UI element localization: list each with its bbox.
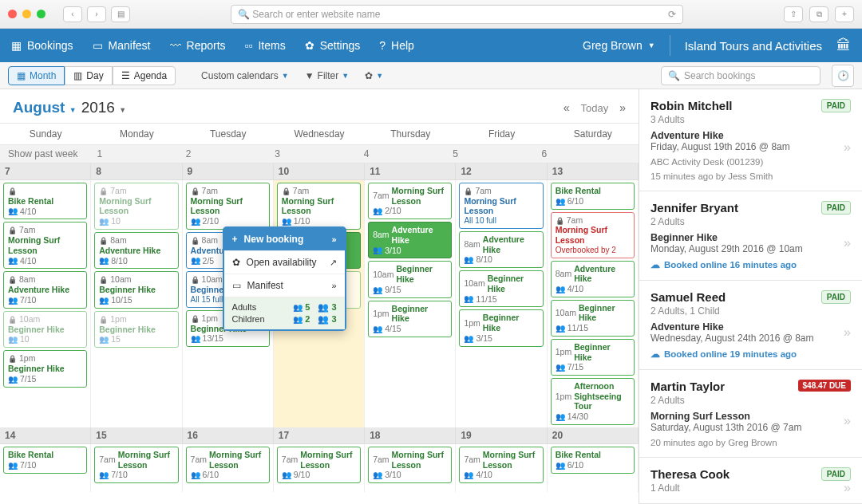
day-column[interactable]: Bike Rental 7/10 xyxy=(0,444,91,492)
day-column[interactable]: 7amMorning Surf LessonAll 10 full8am Adv… xyxy=(456,180,547,427)
browser-sidebar-button[interactable]: ▤ xyxy=(111,6,130,22)
new-tab-button[interactable]: + xyxy=(835,6,854,22)
date-cell[interactable]: 11 xyxy=(365,163,456,179)
view-day[interactable]: ▥Day xyxy=(65,66,112,85)
date-cell[interactable]: 18 xyxy=(365,427,456,443)
share-button[interactable]: ⇧ xyxy=(784,6,803,22)
refresh-icon[interactable]: ⟳ xyxy=(668,9,676,20)
calendar-event[interactable]: 7am Morning Surf Lesson 7/10 xyxy=(94,447,178,483)
calendar-event[interactable]: 7am Morning Surf Lesson 6/10 xyxy=(186,447,270,483)
calendar-event[interactable]: 8amAdventure Hike 8/10 xyxy=(94,232,178,269)
calendar-event[interactable]: 1pm Afternoon Sightseeing Tour 14/30 xyxy=(551,378,635,425)
tabs-button[interactable]: ⧉ xyxy=(809,6,828,22)
date-cell[interactable]: 13 xyxy=(548,163,639,179)
calendar-event[interactable]: 10am Beginner Hike 11/15 xyxy=(459,270,543,307)
next-period-button[interactable]: » xyxy=(619,101,626,114)
calendar-event[interactable]: 10amBeginner Hike 10 xyxy=(3,311,87,348)
booking-card[interactable]: Theresa Cook1 AdultPAID» xyxy=(639,458,862,504)
calendar-event[interactable]: 7amMorning Surf Lesson 4/10 xyxy=(3,222,87,269)
calendar-event[interactable]: Bike Rental 4/10 xyxy=(3,183,87,219)
calendar-event[interactable]: 7amMorning Surf Lesson 2/10 xyxy=(186,183,270,230)
day-column[interactable]: 7am Morning Surf Lesson 4/10 xyxy=(456,444,547,492)
booking-card[interactable]: Jennifer Bryant2 AdultsBeginner HikeMond… xyxy=(639,191,862,281)
date-cell[interactable]: 19 xyxy=(456,427,547,443)
settings-dropdown[interactable]: ✿ ▼ xyxy=(360,67,388,85)
booking-card[interactable]: Robin Mitchell3 AdultsAdventure HikeFrid… xyxy=(639,89,862,191)
company-name[interactable]: Island Tours and Activities xyxy=(685,39,822,53)
history-button[interactable]: 🕑 xyxy=(832,65,854,87)
calendar-event[interactable]: 1pm Beginner Hike 7/15 xyxy=(551,339,635,376)
date-cell[interactable]: 17 xyxy=(274,427,365,443)
day-column[interactable]: 7am Morning Surf Lesson 6/10 xyxy=(183,444,274,492)
date-cell[interactable]: 15 xyxy=(91,427,182,443)
calendar-event[interactable]: 7am Morning Surf Lesson 4/10 xyxy=(459,447,543,483)
user-menu[interactable]: Greg Brown ▼ xyxy=(583,39,655,52)
date-cell[interactable]: 8 xyxy=(91,163,182,179)
day-column[interactable]: 7am Morning Surf Lesson 3/10 xyxy=(365,444,456,492)
nav-settings[interactable]: ✿Settings xyxy=(305,39,361,52)
calendar-event[interactable]: 8am Adventure Hike 8/10 xyxy=(459,231,543,268)
nav-items[interactable]: ▫▫Items xyxy=(245,39,286,52)
day-column[interactable]: Bike Rental 4/107amMorning Surf Lesson 4… xyxy=(0,180,91,427)
date-cell[interactable]: 9 xyxy=(183,163,274,179)
calendar-event[interactable]: 10amBeginner Hike 10/15 xyxy=(94,271,178,308)
calendar-event[interactable]: 1pmBeginner Hike 15 xyxy=(94,311,178,348)
calendar-event[interactable]: 7amMorning Surf LessonOverbooked by 2 xyxy=(551,212,635,258)
day-column[interactable]: 7am Morning Surf Lesson 7/10 xyxy=(91,444,182,492)
popover-new-booking[interactable]: +New booking» xyxy=(224,228,345,251)
booking-card[interactable]: Martin Taylor2 AdultsMorning Surf Lesson… xyxy=(639,370,862,458)
minimize-window-button[interactable] xyxy=(22,10,31,18)
date-cell[interactable]: 12 xyxy=(456,163,547,179)
filter-dropdown[interactable]: ▼ Filter ▼ xyxy=(300,67,354,85)
calendar-event[interactable]: 1pm Beginner Hike 3/15 xyxy=(459,309,543,346)
view-month[interactable]: ▦Month xyxy=(8,66,65,85)
day-column[interactable]: 7amMorning Surf Lesson 108amAdventure Hi… xyxy=(91,180,182,427)
calendar-event[interactable]: 7amMorning Surf Lesson 10 xyxy=(94,183,178,230)
calendar-event[interactable]: 7am Morning Surf Lesson 2/10 xyxy=(368,183,452,219)
day-column[interactable]: 7amMorning Surf Lesson 2/108amAdventure … xyxy=(183,180,274,427)
prev-period-button[interactable]: « xyxy=(563,101,570,114)
url-bar[interactable]: 🔍 Search or enter website name ⟳ xyxy=(231,5,683,24)
popover-manifest[interactable]: ▭Manifest» xyxy=(224,274,345,297)
day-column[interactable]: Bike Rental 6/107amMorning Surf LessonOv… xyxy=(548,180,639,427)
today-button[interactable]: Today xyxy=(581,102,609,114)
nav-bookings[interactable]: ▦Bookings xyxy=(11,39,73,52)
calendar-event[interactable]: 7amMorning Surf LessonAll 10 full xyxy=(459,183,543,229)
nav-manifest[interactable]: ▭Manifest xyxy=(93,39,151,52)
calendar-event[interactable]: Bike Rental 6/10 xyxy=(551,447,635,474)
popover-open-availability[interactable]: ✿Open availability↗ xyxy=(224,251,345,274)
date-cell[interactable]: 10 xyxy=(274,163,365,179)
date-cell[interactable]: 7 xyxy=(0,163,91,179)
calendar-event[interactable]: 7amMorning Surf Lesson 1/10 xyxy=(277,183,361,230)
search-bookings-input[interactable]: 🔍Search bookings xyxy=(661,66,820,85)
day-column[interactable]: 7am Morning Surf Lesson 2/108am Adventur… xyxy=(365,180,456,427)
calendar-event[interactable]: 8am Adventure Hike 3/10 xyxy=(368,222,452,258)
date-cell[interactable]: 20 xyxy=(548,427,639,443)
day-column[interactable]: 7am Morning Surf Lesson 9/10 xyxy=(274,444,365,492)
date-cell[interactable]: 14 xyxy=(0,427,91,443)
maximize-window-button[interactable] xyxy=(37,10,45,18)
booking-card[interactable]: Samuel Reed2 Adults, 1 ChildAdventure Hi… xyxy=(639,281,862,370)
calendar-event[interactable]: 7am Morning Surf Lesson 3/10 xyxy=(368,447,452,483)
date-cell[interactable]: 16 xyxy=(183,427,274,443)
calendar-event[interactable]: 1pmBeginner Hike 7/15 xyxy=(3,350,87,387)
calendar-event[interactable]: 8am Adventure Hike 4/10 xyxy=(551,261,635,297)
nav-reports[interactable]: 〰Reports xyxy=(170,39,226,52)
past-week-row[interactable]: Show past week 1 2 3 4 5 6 xyxy=(0,145,639,163)
calendar-event[interactable]: 1pm Beginner Hike 4/15 xyxy=(368,301,452,337)
month-selector[interactable]: August ▼ xyxy=(13,99,77,116)
day-column[interactable]: Bike Rental 6/10 xyxy=(548,444,639,492)
calendar-event[interactable]: Bike Rental 6/10 xyxy=(551,183,635,210)
nav-help[interactable]: ?Help xyxy=(379,39,414,52)
browser-back-button[interactable]: ‹ xyxy=(63,6,82,22)
close-window-button[interactable] xyxy=(8,10,17,18)
year-selector[interactable]: 2016 ▼ xyxy=(81,99,126,116)
calendar-event[interactable]: 8amAdventure Hike 7/10 xyxy=(3,271,87,308)
calendar-event[interactable]: 7am Morning Surf Lesson 9/10 xyxy=(277,447,361,483)
calendar-event[interactable]: 10am Beginner Hike 9/15 xyxy=(368,261,452,297)
custom-calendars-dropdown[interactable]: Custom calendars ▼ xyxy=(196,67,294,85)
calendar-event[interactable]: 10am Beginner Hike 11/15 xyxy=(551,300,635,337)
browser-forward-button[interactable]: › xyxy=(87,6,106,22)
view-agenda[interactable]: ☰Agenda xyxy=(113,66,176,85)
calendar-event[interactable]: Bike Rental 7/10 xyxy=(3,447,87,474)
